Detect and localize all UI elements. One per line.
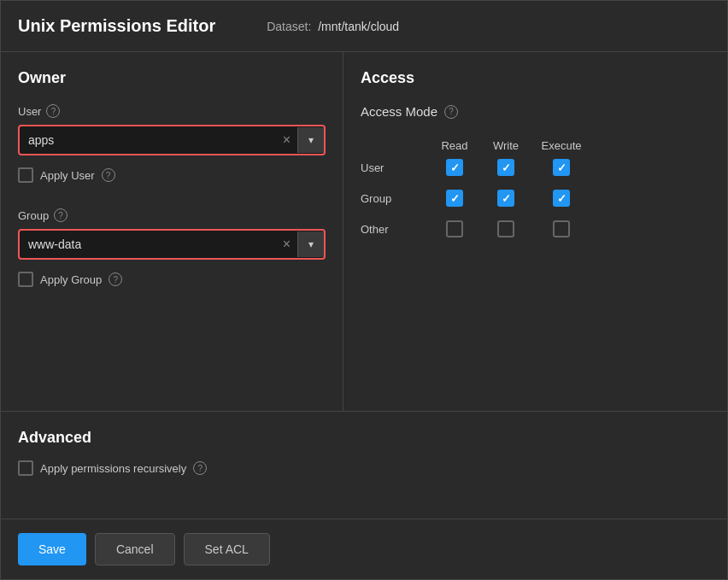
dataset-info: Dataset: /mnt/tank/cloud	[267, 20, 399, 33]
apply-recursive-checkbox[interactable]	[18, 460, 33, 476]
apply-user-label: Apply User	[40, 169, 95, 182]
apply-user-help-icon[interactable]: ?	[102, 168, 115, 182]
group-clear-button[interactable]: ×	[276, 233, 297, 255]
set-acl-button[interactable]: Set ACL	[184, 533, 270, 565]
user-input[interactable]	[20, 126, 276, 154]
group-input[interactable]	[20, 231, 276, 258]
permissions-header: Read Write Execute	[361, 139, 710, 152]
owner-section-title: Owner	[18, 69, 326, 87]
window-title: Unix Permissions Editor	[18, 16, 215, 36]
apply-recursive-row: Apply permissions recursively ?	[18, 460, 710, 476]
perm-row-other-label: Other	[361, 223, 429, 236]
apply-user-row: Apply User ?	[18, 167, 326, 183]
perm-group-write-checkbox[interactable]	[497, 190, 514, 207]
apply-group-checkbox[interactable]	[18, 272, 33, 287]
save-button[interactable]: Save	[18, 533, 86, 565]
apply-group-label: Apply Group	[40, 273, 102, 286]
group-help-icon[interactable]: ?	[54, 208, 68, 222]
footer: Save Cancel Set ACL	[1, 518, 727, 579]
group-dropdown-button[interactable]: ▾	[297, 231, 324, 257]
advanced-section: Advanced Apply permissions recursively ?	[1, 411, 727, 518]
perm-user-read-checkbox[interactable]	[446, 159, 463, 176]
user-dropdown-button[interactable]: ▾	[297, 127, 324, 153]
title-bar: Unix Permissions Editor Dataset: /mnt/ta…	[1, 1, 727, 52]
permissions-table: Read Write Execute User Group	[361, 139, 710, 251]
col-read: Read	[429, 139, 480, 152]
access-section-title: Access	[361, 69, 710, 87]
apply-recursive-label: Apply permissions recursively	[40, 462, 186, 475]
dataset-value: /mnt/tank/cloud	[318, 20, 399, 33]
col-entity	[361, 139, 429, 152]
group-field-label-row: Group ?	[18, 208, 326, 222]
user-field-label-row: User ?	[18, 104, 326, 118]
perm-other-read-checkbox[interactable]	[446, 220, 463, 237]
advanced-title: Advanced	[18, 429, 710, 447]
access-mode-row: Access Mode ?	[361, 104, 710, 119]
user-label: User	[18, 105, 41, 118]
apply-group-row: Apply Group ?	[18, 272, 326, 287]
perm-row-group-label: Group	[361, 192, 429, 205]
group-input-group: × ▾	[18, 229, 326, 260]
apply-user-checkbox[interactable]	[18, 167, 33, 183]
perm-other-write-checkbox[interactable]	[497, 220, 514, 237]
col-write: Write	[480, 139, 531, 152]
access-panel: Access Access Mode ? Read Write Execute …	[343, 52, 727, 411]
access-mode-help-icon[interactable]: ?	[444, 105, 458, 119]
user-clear-button[interactable]: ×	[276, 129, 297, 151]
user-help-icon[interactable]: ?	[46, 104, 60, 118]
cancel-button[interactable]: Cancel	[95, 533, 175, 565]
col-execute: Execute	[531, 139, 591, 152]
apply-group-help-icon[interactable]: ?	[109, 272, 122, 286]
permissions-row-user: User	[361, 159, 710, 176]
perm-row-user-label: User	[361, 161, 429, 174]
group-label: Group	[18, 209, 49, 222]
permissions-row-other: Other	[361, 220, 710, 237]
user-input-group: × ▾	[18, 125, 326, 155]
apply-recursive-help-icon[interactable]: ?	[193, 461, 207, 475]
access-mode-label: Access Mode	[361, 104, 437, 119]
dataset-label: Dataset:	[267, 20, 311, 33]
perm-user-write-checkbox[interactable]	[497, 159, 514, 176]
perm-user-execute-checkbox[interactable]	[553, 159, 570, 176]
perm-group-read-checkbox[interactable]	[446, 190, 463, 207]
permissions-row-group: Group	[361, 190, 710, 207]
unix-permissions-editor-window: Unix Permissions Editor Dataset: /mnt/ta…	[0, 0, 728, 580]
owner-panel: Owner User ? × ▾ Apply User ? Group ?	[1, 52, 343, 411]
perm-other-execute-checkbox[interactable]	[553, 220, 570, 237]
perm-group-execute-checkbox[interactable]	[553, 190, 570, 207]
